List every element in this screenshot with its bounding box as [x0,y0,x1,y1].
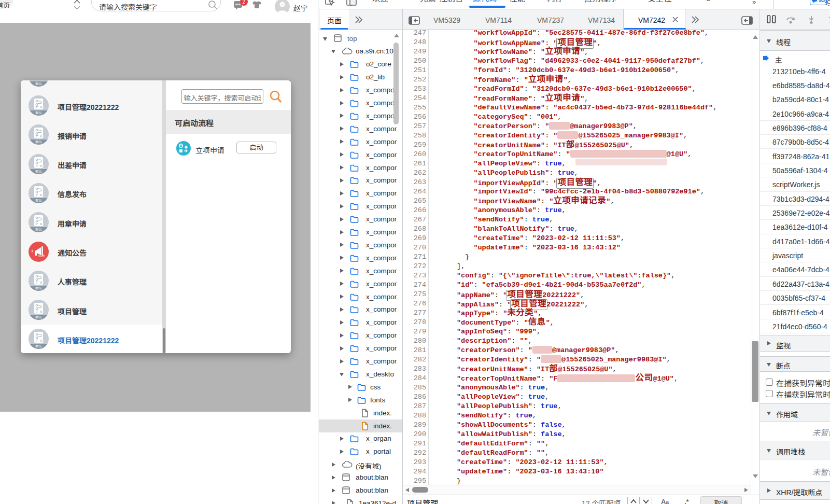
svg-text:?: ? [281,3,284,7]
svg-text:NOW: NOW [38,254,45,257]
